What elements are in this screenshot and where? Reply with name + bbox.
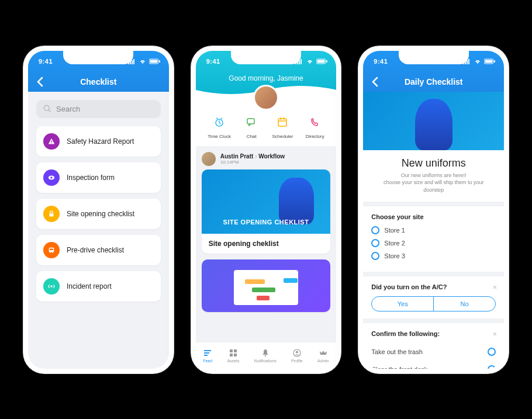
svg-rect-15 bbox=[50, 248, 53, 250]
section-choose-site: Choose your site Store 1 Store 2 Store 3 bbox=[363, 206, 504, 272]
quick-action-directory[interactable]: Directory bbox=[306, 114, 324, 139]
feed-icon bbox=[203, 348, 212, 358]
close-icon[interactable]: × bbox=[493, 330, 497, 338]
checklist-item-label: Pre-drive checklist bbox=[67, 246, 124, 254]
checklist-item-safety-hazard[interactable]: Safety Hazard Report bbox=[36, 126, 161, 157]
section-label: Confirm the following: bbox=[371, 330, 496, 337]
post-hero-image-2 bbox=[202, 259, 331, 312]
checklist-item-label: Incident report bbox=[67, 282, 112, 290]
tab-bar: Feed Assets Notifications Profile Admin bbox=[196, 342, 337, 369]
radio-label: Store 2 bbox=[384, 240, 405, 247]
intro-title: New uniforms bbox=[375, 157, 492, 169]
back-button[interactable] bbox=[34, 76, 46, 88]
quick-action-chat[interactable]: Chat bbox=[243, 114, 260, 139]
quick-action-time-clock[interactable]: Time Clock bbox=[208, 114, 231, 139]
tab-profile[interactable]: Profile bbox=[291, 348, 303, 363]
user-avatar[interactable] bbox=[253, 85, 279, 110]
svg-rect-22 bbox=[300, 59, 302, 64]
svg-rect-44 bbox=[467, 60, 468, 64]
section-label: Choose your site bbox=[371, 213, 496, 220]
notch bbox=[231, 50, 301, 64]
eye-icon bbox=[43, 169, 60, 186]
post-category: Workflow bbox=[258, 153, 285, 160]
svg-point-39 bbox=[264, 355, 265, 356]
close-icon[interactable]: × bbox=[493, 283, 497, 292]
wifi-icon bbox=[306, 58, 314, 64]
checkbox-icon bbox=[488, 348, 496, 356]
tab-label: Admin bbox=[317, 359, 329, 363]
tab-assets[interactable]: Assets bbox=[227, 348, 239, 363]
crown-icon bbox=[319, 348, 328, 358]
svg-rect-5 bbox=[150, 60, 157, 63]
checklist-item-label: Safety Hazard Report bbox=[67, 137, 134, 146]
confirm-item-desk[interactable]: Clear the front desk bbox=[371, 361, 496, 368]
checklist-item-pre-drive[interactable]: Pre-drive checklist bbox=[36, 235, 161, 265]
radio-label: Store 1 bbox=[384, 227, 405, 234]
svg-point-18 bbox=[50, 285, 53, 288]
no-button[interactable]: No bbox=[434, 297, 495, 311]
tab-label: Assets bbox=[227, 359, 239, 363]
status-time: 9:41 bbox=[39, 58, 53, 65]
svg-point-41 bbox=[296, 351, 298, 353]
phone3-body[interactable]: New uniforms Our new uniforms are here!!… bbox=[363, 92, 504, 369]
uniform-hero-image bbox=[363, 92, 504, 150]
quick-action-scheduler[interactable]: Scheduler bbox=[272, 114, 293, 139]
search-placeholder: Search bbox=[56, 105, 80, 113]
post-avatar[interactable] bbox=[202, 152, 216, 166]
radio-icon bbox=[371, 252, 379, 260]
tab-feed[interactable]: Feed bbox=[203, 348, 212, 363]
svg-rect-48 bbox=[494, 60, 495, 63]
post-card-secondary[interactable] bbox=[202, 259, 331, 312]
yes-button[interactable]: Yes bbox=[372, 297, 434, 311]
feed-list[interactable]: Austin Pratt › Workflow 10:14PM SITE OPE… bbox=[196, 146, 337, 342]
wifi-icon bbox=[474, 58, 482, 64]
svg-rect-47 bbox=[485, 60, 493, 63]
svg-rect-25 bbox=[326, 60, 327, 63]
svg-rect-27 bbox=[247, 119, 254, 124]
post-header: Austin Pratt › Workflow 10:14PM bbox=[202, 152, 331, 166]
svg-point-17 bbox=[52, 252, 53, 253]
radio-label: Store 3 bbox=[384, 252, 405, 259]
intro-description: Our new uniforms are here!!choose your s… bbox=[375, 172, 492, 194]
section-label: Did you turn on the A/C? bbox=[371, 283, 496, 290]
checklist-item-incident[interactable]: Incident report bbox=[36, 271, 161, 302]
svg-rect-3 bbox=[133, 59, 134, 64]
search-input[interactable]: Search bbox=[36, 100, 161, 118]
phone-checklist: 9:41 Checklist Search Safety Hazard Repo… bbox=[23, 46, 174, 373]
radio-icon bbox=[371, 226, 379, 234]
post-title: Site opening cheklist bbox=[202, 234, 331, 254]
tab-admin[interactable]: Admin bbox=[317, 348, 329, 363]
tab-label: Profile bbox=[291, 359, 303, 363]
grid-icon bbox=[229, 348, 238, 358]
radio-option-store-1[interactable]: Store 1 bbox=[371, 226, 496, 234]
warning-icon bbox=[43, 133, 60, 150]
svg-point-7 bbox=[44, 105, 49, 110]
svg-rect-9 bbox=[51, 140, 51, 142]
tab-notifications[interactable]: Notifications bbox=[254, 348, 277, 363]
chat-icon bbox=[243, 114, 260, 130]
svg-rect-13 bbox=[50, 213, 54, 216]
status-time: 9:41 bbox=[374, 58, 388, 65]
bell-icon bbox=[261, 348, 270, 358]
checklist-item-inspection[interactable]: Inspection form bbox=[36, 162, 161, 193]
notch bbox=[63, 50, 133, 64]
radio-option-store-2[interactable]: Store 2 bbox=[371, 239, 496, 247]
confirm-item-trash[interactable]: Take out the trash bbox=[371, 343, 496, 361]
notch bbox=[399, 50, 469, 64]
radio-option-store-3[interactable]: Store 3 bbox=[371, 252, 496, 260]
post-author-line: Austin Pratt › Workflow bbox=[220, 153, 285, 160]
radio-icon bbox=[371, 239, 379, 247]
battery-icon bbox=[316, 58, 328, 64]
post-card-site-opening[interactable]: SITE OPENING CHEKLIST Site opening chekl… bbox=[202, 169, 331, 254]
phone2-body: Time Clock Chat Scheduler Directory Aust… bbox=[196, 98, 337, 369]
search-icon bbox=[43, 105, 51, 113]
svg-point-16 bbox=[50, 252, 51, 253]
checklist-item-site-opening[interactable]: Site opening checklist bbox=[36, 199, 161, 229]
status-time: 9:41 bbox=[206, 58, 220, 65]
tab-label: Notifications bbox=[254, 359, 277, 363]
post-author: Austin Pratt bbox=[220, 153, 254, 160]
checklist-item-label: Site opening checklist bbox=[67, 210, 134, 218]
back-button[interactable] bbox=[369, 76, 381, 88]
svg-rect-21 bbox=[299, 60, 300, 64]
svg-line-8 bbox=[49, 110, 50, 112]
